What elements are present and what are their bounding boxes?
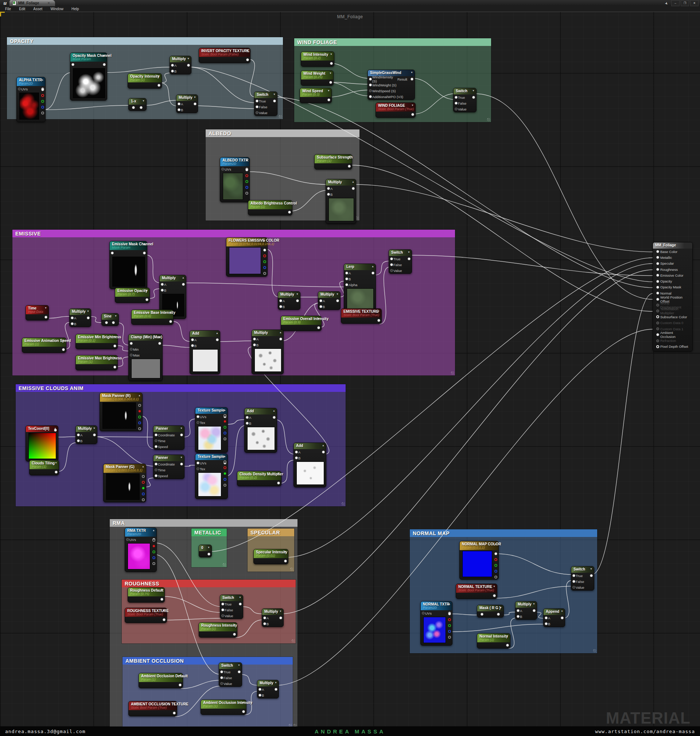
collapse-icon[interactable]: ▼ — [239, 596, 241, 599]
pin[interactable] — [377, 319, 380, 322]
collapse-icon[interactable]: ▲ — [224, 455, 226, 457]
collapse-icon[interactable]: ▲ — [152, 529, 155, 532]
node-panner2[interactable]: Panner▼CoordinateTimeSpeed — [153, 455, 184, 479]
pin[interactable] — [494, 564, 497, 567]
pin[interactable] — [112, 321, 115, 324]
collapse-icon[interactable]: ▲ — [246, 159, 248, 161]
pin[interactable] — [369, 84, 372, 87]
pin[interactable] — [533, 609, 535, 612]
pin[interactable] — [256, 111, 259, 114]
node-roughness-default[interactable]: Roughness DefaultParam (0.75)▼ — [128, 587, 165, 602]
node-switch-roughness[interactable]: Switch▼TrueFalseValue — [220, 595, 243, 619]
collapse-icon[interactable]: ▼ — [87, 310, 89, 312]
pin[interactable] — [169, 320, 172, 323]
pin[interactable] — [656, 256, 659, 259]
pin[interactable] — [18, 88, 21, 90]
pin[interactable] — [656, 315, 659, 318]
node-switch-ao[interactable]: Switch▼TrueFalseValue — [219, 663, 242, 687]
collapse-icon[interactable]: ▼ — [561, 610, 563, 613]
pin[interactable] — [138, 422, 141, 424]
collapse-icon[interactable]: ▼ — [44, 307, 47, 309]
resize-handle[interactable] — [593, 649, 597, 652]
menu-help[interactable]: Help — [68, 7, 83, 11]
collapse-icon[interactable]: ▼ — [207, 546, 210, 549]
collapse-icon[interactable]: ▼ — [317, 317, 320, 320]
collapse-icon[interactable]: ▲ — [103, 54, 105, 56]
pin[interactable] — [517, 609, 519, 612]
node-opacity-intensity[interactable]: Opacity IntensityParam (1)▼ — [128, 73, 162, 88]
pin[interactable] — [152, 562, 155, 565]
pin[interactable] — [656, 328, 659, 330]
collapse-icon[interactable]: ▼ — [233, 624, 235, 626]
collapse-icon[interactable]: ▲ — [142, 465, 144, 468]
node-albedo-brightness-control[interactable]: Albedo Brightness ControlParam (1)▼ — [248, 200, 293, 216]
pin[interactable] — [242, 710, 245, 713]
pin[interactable] — [572, 586, 575, 589]
pin[interactable] — [246, 186, 248, 189]
pin[interactable] — [138, 427, 141, 430]
node-multiply-time[interactable]: Multiply▼AB — [69, 309, 91, 327]
pin[interactable] — [494, 558, 497, 561]
node-emissive-overall-intensity[interactable]: Emissive Overall IntensityParam (0.9)▼ — [281, 316, 322, 331]
pin[interactable] — [246, 58, 249, 61]
pin[interactable] — [372, 272, 374, 275]
pin[interactable] — [259, 694, 262, 696]
node-lerp[interactable]: Lerp▲ABAlpha — [344, 264, 376, 313]
resize-handle[interactable] — [279, 115, 282, 119]
pin[interactable] — [191, 338, 194, 341]
pin[interactable] — [130, 342, 133, 345]
pin[interactable] — [220, 670, 223, 673]
pin[interactable] — [407, 257, 410, 260]
pin[interactable] — [263, 622, 266, 625]
node-switch-opacity[interactable]: Switch▼TrueFalseValue — [254, 91, 278, 116]
collapse-icon[interactable]: ▼ — [500, 606, 502, 609]
node-simplegrasswind[interactable]: SimpleGrassWind▼WindIntensity (S)ResultW… — [368, 70, 415, 100]
node-normal-intensity[interactable]: Normal IntensityParam (1)▼ — [477, 633, 510, 648]
pin[interactable] — [369, 89, 372, 92]
node-one-minus-x[interactable]: 1-x▼ — [128, 98, 147, 111]
pin[interactable] — [329, 81, 332, 84]
collapse-icon[interactable]: ▼ — [410, 71, 413, 73]
pin[interactable] — [62, 348, 65, 351]
node-roughness-texture-bool[interactable]: ROUGHNESS TEXTUREStatic Bool Param (True… — [125, 608, 167, 623]
pin[interactable] — [224, 460, 226, 463]
pin[interactable] — [178, 108, 181, 111]
pin[interactable] — [345, 278, 348, 280]
pin[interactable] — [224, 484, 226, 487]
pin[interactable] — [481, 613, 484, 616]
pin[interactable] — [113, 344, 116, 347]
pin[interactable] — [221, 168, 224, 170]
pin[interactable] — [180, 433, 183, 436]
pin[interactable] — [327, 187, 330, 190]
pin[interactable] — [138, 410, 141, 413]
pin[interactable] — [656, 250, 659, 253]
pin[interactable] — [656, 268, 659, 271]
pin[interactable] — [411, 113, 414, 116]
node-panner1[interactable]: Panner▼CoordinateTimeSpeed — [153, 425, 184, 450]
pin[interactable] — [422, 612, 425, 615]
node-texture-sample2[interactable]: Texture Sample▲UVsTex — [195, 454, 228, 499]
pin[interactable] — [161, 283, 164, 286]
pin[interactable] — [493, 594, 496, 597]
pin[interactable] — [41, 106, 44, 109]
node-mask-panner-g[interactable]: Mask Panner (G)Param (-0.003,0.016,0,1)▲ — [103, 464, 146, 502]
pin[interactable] — [41, 100, 44, 103]
graph-canvas[interactable]: OPACITYWIND FOLIAGEALBEDOEMISSIVEEMISSIV… — [0, 12, 700, 727]
node-clouds-tiling[interactable]: Clouds TilingParam (1)▼ — [29, 460, 59, 475]
tab-mm-foliage[interactable]: MM_Foliage ✕ — [9, 0, 55, 6]
pin[interactable] — [454, 107, 457, 110]
collapse-icon[interactable]: ▼ — [329, 72, 332, 74]
pin[interactable] — [263, 254, 266, 257]
collapse-icon[interactable]: ▼ — [288, 201, 291, 204]
pin[interactable] — [561, 616, 564, 619]
collapse-icon[interactable]: ▼ — [242, 701, 245, 704]
pin[interactable] — [173, 712, 176, 714]
pin[interactable] — [656, 333, 659, 336]
pin[interactable] — [263, 616, 266, 619]
collapse-icon[interactable]: ▲ — [158, 335, 161, 338]
node-multiply-emissive4[interactable]: Multiply▲AB — [251, 329, 284, 375]
pin[interactable] — [410, 78, 413, 81]
pin[interactable] — [197, 461, 199, 464]
node-texcoord0[interactable]: TexCoord[0]▲ — [25, 425, 58, 461]
pin[interactable] — [246, 416, 249, 419]
